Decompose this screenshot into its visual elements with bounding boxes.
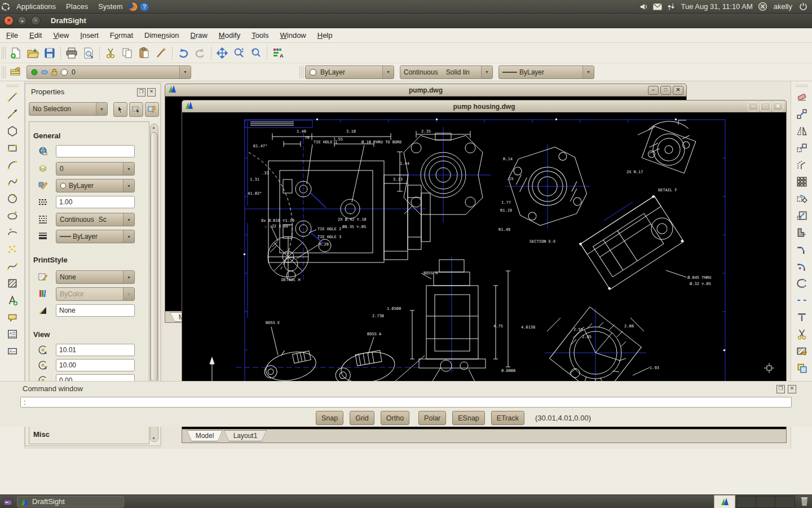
firefox-launcher-icon[interactable] (127, 1, 139, 12)
toolbar-handle[interactable] (2, 47, 6, 59)
workspace-switcher[interactable] (736, 496, 795, 508)
select-entities-button[interactable] (113, 102, 127, 117)
doc-minimize-button[interactable]: – (748, 102, 758, 111)
scale-tool-icon[interactable] (793, 208, 810, 224)
delete-tool-icon[interactable] (793, 89, 810, 105)
selection-filter-combo[interactable]: No Selection ▼ (29, 102, 108, 116)
cut-button[interactable] (102, 45, 119, 61)
doc-minimize-button[interactable]: – (648, 86, 659, 95)
user-status-icon[interactable] (757, 1, 769, 12)
network-icon[interactable] (665, 1, 677, 12)
toolbar-handle[interactable] (2, 66, 6, 78)
dropdown-arrow-icon[interactable]: ▼ (481, 66, 492, 78)
layout1-tab[interactable]: Layout1 (224, 430, 267, 441)
printstyle-field[interactable]: None▼ (56, 270, 135, 284)
menu-view[interactable]: View (48, 29, 74, 41)
copy-button[interactable] (119, 45, 136, 61)
fillet-tool-icon[interactable] (793, 259, 810, 274)
menu-applications[interactable]: Applications (11, 0, 61, 13)
note-tool-icon[interactable] (4, 309, 21, 325)
lineweight-combo[interactable]: ByLayer ▼ (498, 65, 594, 79)
menu-modify[interactable]: Modify (214, 29, 245, 41)
menu-draw[interactable]: Draw (185, 29, 212, 41)
workspace-3[interactable] (775, 496, 795, 507)
dropdown-arrow-icon[interactable]: ▼ (382, 66, 394, 78)
polar-toggle[interactable]: Polar (418, 411, 446, 425)
zoom-back-button[interactable] (248, 45, 264, 61)
toolbar-handle[interactable] (6, 84, 19, 87)
ellipse-tool-icon[interactable] (4, 208, 21, 224)
rotate-tool-icon[interactable] (793, 191, 810, 207)
show-desktop-icon[interactable] (2, 496, 14, 507)
grid-toggle[interactable]: Grid (350, 411, 374, 425)
menu-tools[interactable]: Tools (246, 29, 273, 41)
window-close-button[interactable]: ✕ (4, 16, 14, 25)
username[interactable]: akelly (771, 2, 795, 11)
line-tool-icon[interactable] (4, 89, 21, 105)
linecolor-field[interactable]: ByLayer▼ (56, 179, 135, 192)
linestyle-field[interactable]: ContinuousSc▼ (56, 213, 135, 226)
pump-titlebar[interactable]: pump.dwg – □ ✕ (165, 84, 686, 97)
spline-tool-icon[interactable] (4, 259, 21, 274)
linecolor-combo[interactable]: ByLayer ▼ (305, 65, 394, 79)
power-icon[interactable] (797, 1, 809, 12)
dropdown-arrow-icon[interactable]: ▼ (179, 66, 191, 78)
printstyle-table-field[interactable] (56, 304, 135, 317)
rectangle-tool-icon[interactable] (4, 140, 21, 156)
etrack-toggle[interactable]: ETrack (491, 411, 524, 425)
chamfer-tool-icon[interactable] (793, 242, 810, 257)
command-input[interactable] (20, 397, 792, 408)
arc-tool-icon[interactable] (4, 157, 21, 173)
select-window-button[interactable] (129, 102, 143, 117)
palette-float-button[interactable]: ❐ (137, 88, 145, 97)
extend-tool-icon[interactable] (793, 309, 810, 325)
redo-button[interactable] (192, 45, 209, 61)
save-button[interactable] (41, 45, 58, 61)
menu-insert[interactable]: Insert (75, 29, 104, 41)
move-tool-icon[interactable] (793, 106, 810, 122)
stretch-tool-icon[interactable] (793, 225, 810, 240)
options-button[interactable]: A (270, 45, 286, 61)
snap-toggle[interactable]: Snap (316, 411, 343, 425)
toolbar-handle[interactable] (796, 84, 808, 87)
command-float-button[interactable]: ❐ (776, 385, 785, 393)
open-file-button[interactable] (24, 45, 41, 61)
distro-logo-icon[interactable] (0, 1, 11, 12)
print-preview-button[interactable] (80, 45, 97, 61)
layer-combo[interactable]: 0 ▼ (27, 65, 191, 79)
dropdown-arrow-icon[interactable]: ▼ (582, 66, 594, 78)
text-block-tool-icon[interactable]: A (4, 326, 21, 342)
view-center-y-field[interactable] (56, 359, 135, 371)
clock[interactable]: Tue Aug 31, 11:10 AM (679, 2, 755, 11)
window-minimize-button[interactable]: ⌄ (17, 16, 27, 25)
doc-maximize-button[interactable]: □ (660, 86, 671, 95)
zoom-dynamic-button[interactable] (231, 45, 248, 61)
model-tab[interactable]: Model (187, 430, 223, 441)
polyline-tool-icon[interactable] (4, 174, 21, 190)
format-painter-button[interactable] (153, 45, 170, 61)
point-tool-icon[interactable] (4, 242, 21, 257)
doc-maximize-button[interactable]: □ (760, 102, 771, 111)
menu-edit[interactable]: Edit (24, 29, 47, 41)
elliptical-arc-tool-icon[interactable] (4, 225, 21, 240)
menu-format[interactable]: Format (105, 29, 138, 41)
pattern-tool-icon[interactable] (793, 174, 810, 190)
window-maximize-button[interactable]: ▫ (31, 16, 41, 25)
dropdown-arrow-icon[interactable]: ▼ (96, 103, 107, 115)
esnap-toggle[interactable]: ESnap (452, 411, 485, 425)
offset-tool-icon[interactable] (793, 157, 810, 173)
menu-file[interactable]: File (1, 29, 23, 41)
trash-icon[interactable] (798, 496, 810, 507)
trim-tool-icon[interactable] (793, 326, 810, 342)
palette-close-button[interactable]: ✕ (147, 88, 156, 97)
layers-manager-button[interactable] (7, 64, 24, 80)
view-center-x-field[interactable] (56, 344, 135, 356)
new-file-button[interactable] (7, 45, 24, 61)
infinite-line-tool-icon[interactable] (4, 106, 21, 122)
menu-places[interactable]: Places (61, 0, 93, 13)
annotation-tool-icon[interactable] (4, 292, 21, 308)
print-button[interactable] (63, 45, 80, 61)
menu-window[interactable]: Window (275, 29, 311, 41)
edit-hatch-tool-icon[interactable] (793, 343, 810, 359)
overlap-tool-icon[interactable] (793, 360, 810, 376)
